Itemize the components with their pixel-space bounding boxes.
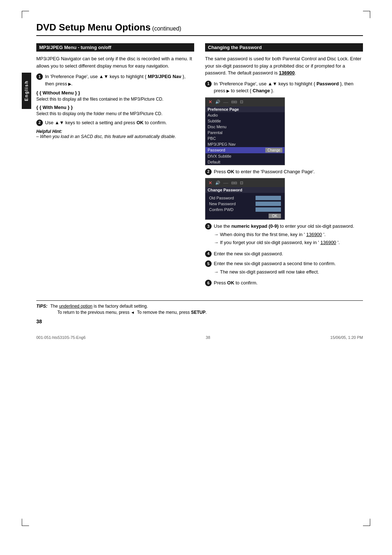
pref-item-disc-menu: Disc Menu [205,124,285,130]
pref-item-audio: Audio [205,112,285,118]
without-menu-desc: Select this to display all the files con… [36,96,194,102]
page-title: DVD Setup Menu Options (continued) [36,22,363,36]
pwd-ok-btn: OK [269,214,281,218]
pwd-sep-1: — [223,180,228,186]
step-2-content: Use ▲▼ keys to select a setting and pres… [45,119,194,126]
pref-item-password: Password Change [205,147,285,153]
right-step-num-4: 4 [205,251,212,257]
pref-sep-3: ⊡ [240,100,243,104]
main-content: MP3/JPEG Menu - turning on/off MP3/JPEG … [36,43,363,289]
tips-row-1: TIPS: The underlined option is the facto… [36,304,363,309]
default-password-1: 136900 [279,70,295,76]
corner-mark-tr [363,11,370,18]
step-num-2: 2 [36,119,43,126]
ok-label-1: OK [136,120,144,125]
right-step-4-content: Enter the new six-digit password. [214,250,363,258]
tips-label: TIPS: [36,304,48,309]
pref-item-pbc: PBC [205,135,285,141]
tips-text-2: To return to the previous menu, press To… [57,310,207,315]
right-section-header: Changing the Password [205,43,363,52]
right-step-num-5: 5 [205,260,212,267]
pref-change-btn: Change [265,148,282,153]
pref-sep-1: — [223,99,228,105]
arrow-right-1 [68,81,71,86]
pref-password-label: Password [208,148,225,152]
pref-item-default: Default [205,159,285,165]
change-label: Change [253,88,270,93]
pwd-sep-2: ⊟⊟ [231,181,237,185]
right-step-num-2: 2 [205,169,212,175]
page-container: English DVD Setup Menu Options (continue… [0,0,392,555]
right-step-5-content: Enter the new six-digit password a secon… [214,260,363,276]
right-step-2-content: Press OK to enter the 'Password Change P… [214,168,363,175]
pwd-old-field [256,196,281,200]
right-step-num-6: 6 [205,280,212,286]
pwd-sep-3: ⊡ [240,181,243,185]
ok-label-r6: OK [227,280,234,285]
password-label: Password [317,81,339,86]
tips-text-1: The underlined option is the factory def… [50,304,148,309]
helpful-hint-label: Helpful Hint: [36,129,194,134]
step3-arrow2: If you forget your old six-digit passwor… [214,239,363,246]
pwd-old-row: Old Password [205,195,285,201]
ok-label-r2: OK [227,169,234,174]
pref-icon-x: ✕ [208,99,212,105]
pref-item-subtitle: Subtitle [205,118,285,124]
pwd-ok-row: OK [205,212,285,219]
pwd-icons-bar: ✕ 🔊 — ⊟⊟ ⊡ [205,178,285,187]
arrow-right-r1 [226,88,229,93]
pwd-new-label: New Password [209,202,256,206]
pref-screenshot: ✕ 🔊 — ⊟⊟ ⊡ Preference Page Audio Subtitl… [205,97,285,165]
pwd-screenshot: ✕ 🔊 — ⊟⊟ ⊡ Change Password Old Password … [205,178,285,220]
with-menu-desc: Select this to display only the folder m… [36,111,194,117]
pwd-old-label: Old Password [209,196,256,200]
page-title-main: DVD Setup Menu Options [36,22,151,33]
footer-right: 15/06/05, 1:20 PM [330,335,363,340]
right-step-num-3: 3 [205,223,212,230]
corner-mark-tl [22,11,29,18]
triangle-symbol-r1: ▲▼ [268,81,277,86]
footer: 001-051-hts5310S-75-Eng6 38 15/06/05, 1:… [36,335,363,340]
pref-item-mp3jpeg: MP3/JPEG Nav [205,141,285,147]
pref-item-divx: DIVX Subtitle [205,153,285,159]
right-step-4: 4 Enter the new six-digit password. [205,250,363,258]
english-label: English [24,80,29,101]
corner-mark-bl [22,519,29,526]
step5-arrow: The new six-digit password will now take… [214,268,363,276]
right-column: Changing the Password The same password … [205,43,363,289]
helpful-hint: Helpful Hint: – When you load in an SACD… [36,129,194,139]
right-step-2: 2 Press OK to enter the 'Password Change… [205,168,363,175]
step3-arrow1: When doing this for the first time, key … [214,231,363,238]
setup-label-tips: SETUP [191,310,205,315]
page-number: 38 [36,319,363,324]
pwd-confirm-field [256,207,281,212]
right-step-3-content: Use the numeric keypad (0-9) to enter yo… [214,223,363,247]
arrow-left-tips [131,310,135,315]
pref-item-parental: Parental [205,130,285,135]
pwd-new-field [256,202,281,206]
right-step-6: 6 Press OK to confirm. [205,279,363,287]
pwd-confirm-label: Confirm PWD [209,207,256,212]
password-ref-2: 136900 [320,239,336,246]
tips-spacer [36,310,54,315]
right-step-1-content: In 'Preference Page', use ▲▼ keys to hig… [214,80,363,94]
corner-mark-br [363,519,370,526]
footer-center: 38 [206,335,210,340]
footer-left: 001-051-hts5310S-75-Eng6 [36,335,86,340]
mp3jpeg-nav-label: MP3/JPEG Nav [148,74,181,79]
english-sidebar: English [22,73,31,109]
right-step-5: 5 Enter the new six-digit password a sec… [205,260,363,276]
step-num-1: 1 [36,73,43,80]
pref-sep-2: ⊟⊟ [231,100,237,104]
right-step-1: 1 In 'Preference Page', use ▲▼ keys to h… [205,80,363,94]
left-section-header: MP3/JPEG Menu - turning on/off [36,43,194,52]
pwd-icon-x: ✕ [208,180,212,186]
with-menu-label: { { With Menu } } [36,105,194,110]
left-step-2: 2 Use ▲▼ keys to select a setting and pr… [36,119,194,126]
triangle-symbol-2: ▲▼ [55,120,64,125]
left-column: MP3/JPEG Menu - turning on/off MP3/JPEG … [36,43,194,289]
right-step-num-1: 1 [205,81,212,87]
right-intro: The same password is used for both Paren… [205,55,363,77]
without-menu-label: { { Without Menu } } [36,90,194,96]
password-ref-1: 136900 [306,231,322,238]
